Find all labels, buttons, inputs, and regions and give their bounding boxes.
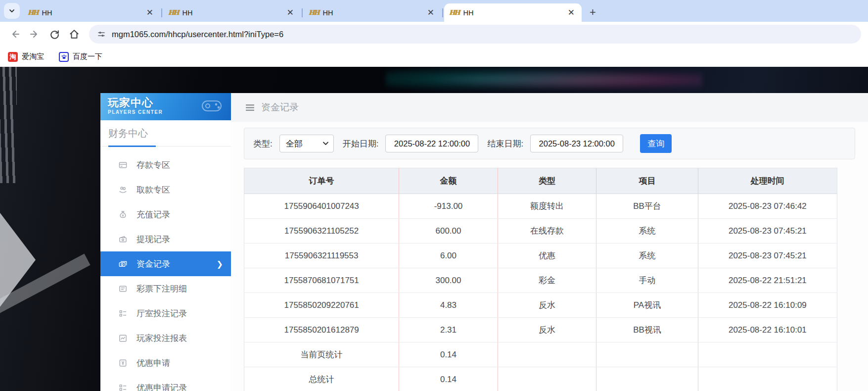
- bookmark-label: 爱淘宝: [22, 52, 44, 61]
- sidebar-item-label: 取款专区: [137, 184, 170, 196]
- sidebar-item-promo-apply[interactable]: 优惠申请: [100, 350, 231, 375]
- cell-type: 彩金: [498, 268, 596, 293]
- sidebar-item-promo-apply-record[interactable]: 优惠申请记录: [100, 375, 231, 391]
- bookmark-label: 百度一下: [73, 52, 102, 61]
- sidebar: 玩家中心 PLAYERS CENTER 财务中心 存款专区: [100, 93, 231, 391]
- background-glow: [386, 67, 702, 94]
- cell-empty: [698, 342, 837, 367]
- cell-empty: [498, 367, 596, 391]
- close-icon[interactable]: ✕: [144, 7, 155, 18]
- browser-toolbar: mgm1065.com/hhcp/usercenter.html?iniType…: [0, 22, 868, 47]
- site-settings-icon: [97, 30, 106, 39]
- table-row: 1755850209220761 4.83 反水 PA视讯 2025-08-22…: [244, 293, 837, 318]
- tab-separator: [302, 8, 303, 17]
- cell-amount: 0.14: [399, 367, 498, 391]
- gift-yen-icon: [118, 358, 128, 368]
- forward-button[interactable]: [27, 26, 43, 42]
- site-favicon: HH: [28, 9, 38, 16]
- home-icon: [69, 29, 80, 40]
- cell-empty: [498, 342, 596, 367]
- list-record-icon: [118, 383, 128, 391]
- close-icon[interactable]: ✕: [285, 7, 296, 18]
- col-header-process-time: 处理时间: [698, 168, 837, 194]
- bookmark-taobao[interactable]: 淘 爱淘宝: [8, 52, 44, 62]
- bookmarks-bar: 淘 爱淘宝 百度一下: [0, 47, 868, 67]
- table-header-row: 订单号 金额 类型 项目 处理时间: [244, 168, 837, 194]
- address-bar[interactable]: mgm1065.com/hhcp/usercenter.html?iniType…: [89, 25, 861, 44]
- start-date-input[interactable]: [385, 135, 478, 152]
- sidebar-item-withdraw-zone[interactable]: 取款专区: [100, 177, 231, 202]
- players-center-banner: 玩家中心 PLAYERS CENTER: [100, 93, 231, 120]
- sidebar-item-deposit-zone[interactable]: 存款专区: [100, 152, 231, 177]
- type-select-value: 全部: [286, 138, 303, 149]
- browser-tab-1[interactable]: HH HH ✕: [23, 3, 160, 22]
- cell-summary-label: 当前页统计: [244, 342, 399, 367]
- cell-summary-label: 总统计: [244, 367, 399, 391]
- sidebar-item-hall-bet-record[interactable]: 厅室投注记录: [100, 301, 231, 326]
- list-card-icon: [118, 284, 128, 293]
- cell-item: BB视讯: [596, 318, 698, 342]
- browser-tab-2[interactable]: HH HH ✕: [163, 3, 301, 22]
- cell-order-no: 1755850209220761: [244, 293, 399, 318]
- close-icon[interactable]: ✕: [566, 7, 577, 18]
- page-title: 资金记录: [261, 101, 299, 114]
- home-button[interactable]: [66, 26, 82, 42]
- cell-process-time: 2025-08-23 07:46:42: [698, 194, 837, 219]
- tab-title: HH: [183, 9, 281, 17]
- cell-item: BB平台: [596, 194, 698, 219]
- sidebar-item-withdrawal-record[interactable]: 提现记录: [100, 227, 231, 251]
- cell-empty: [596, 367, 698, 391]
- cell-process-time: 2025-08-23 07:45:21: [698, 219, 837, 244]
- bookmark-baidu[interactable]: 百度一下: [59, 52, 102, 62]
- tab-title: HH: [463, 9, 562, 17]
- sidebar-item-player-bet-report[interactable]: 玩家投注报表: [100, 326, 231, 350]
- hamburger-menu-icon[interactable]: [245, 102, 255, 113]
- new-tab-button[interactable]: +: [587, 7, 599, 18]
- site-favicon: HH: [449, 9, 459, 16]
- cell-type: 优惠: [498, 244, 596, 268]
- checklist-icon: [118, 309, 128, 318]
- cell-order-no: 1755906321105252: [244, 219, 399, 244]
- end-date-input[interactable]: [530, 135, 623, 152]
- cell-type: 在线存款: [498, 219, 596, 244]
- tab-search-button[interactable]: [4, 3, 20, 19]
- table-row: 1755906321119553 6.00 优惠 系统 2025-08-23 0…: [244, 244, 837, 268]
- url-text: mgm1065.com/hhcp/usercenter.html?iniType…: [112, 30, 283, 39]
- tab-strip: HH HH ✕ HH HH ✕ HH HH ✕ HH HH ✕ +: [0, 0, 868, 22]
- tab-title: HH: [42, 9, 140, 17]
- tab-separator: [161, 8, 162, 17]
- cell-order-no: 1755906321119553: [244, 244, 399, 268]
- cell-amount: 300.00: [399, 268, 498, 293]
- query-button[interactable]: 查询: [640, 134, 672, 153]
- report-chart-icon: [118, 334, 128, 343]
- sidebar-item-recharge-record[interactable]: 充值记录: [100, 202, 231, 227]
- close-icon[interactable]: ✕: [425, 7, 436, 18]
- sidebar-item-funds-record[interactable]: 资金记录 ❯: [100, 251, 231, 276]
- browser-tab-3[interactable]: HH HH ✕: [304, 3, 441, 22]
- col-header-type: 类型: [498, 168, 596, 194]
- background-streaks: [0, 67, 17, 183]
- cell-item: PA视讯: [596, 293, 698, 318]
- col-header-amount: 金额: [399, 168, 498, 194]
- sidebar-item-label: 存款专区: [137, 159, 170, 171]
- table-row: 1755906401007243 -913.00 额度转出 BB平台 2025-…: [244, 194, 837, 219]
- type-select[interactable]: 全部: [279, 135, 334, 152]
- cell-type: 反水: [498, 318, 596, 342]
- browser-window: HH HH ✕ HH HH ✕ HH HH ✕ HH HH ✕ +: [0, 0, 868, 391]
- col-header-order-no: 订单号: [244, 168, 399, 194]
- filter-bar: 类型: 全部 开始日期: 结束日期: 查询: [244, 128, 855, 159]
- baidu-paw-icon: [59, 52, 69, 62]
- back-button[interactable]: [7, 26, 23, 42]
- cell-amount: 6.00: [399, 244, 498, 268]
- gamepad-icon: [195, 97, 227, 116]
- browser-tab-4-active[interactable]: HH HH ✕: [444, 3, 582, 22]
- table-row: 1755850201612879 2.31 反水 BB视讯 2025-08-22…: [244, 318, 837, 342]
- funds-record-table: 订单号 金额 类型 项目 处理时间 1755906401007243 -913.…: [244, 168, 837, 391]
- forward-arrow-icon: [29, 29, 40, 40]
- sidebar-item-lottery-bet-detail[interactable]: 彩票下注明细: [100, 276, 231, 301]
- cell-process-time: 2025-08-22 16:10:01: [698, 318, 837, 342]
- reload-button[interactable]: [46, 26, 62, 42]
- cell-item: 手动: [596, 268, 698, 293]
- cell-process-time: 2025-08-22 21:51:21: [698, 268, 837, 293]
- cell-empty: [596, 342, 698, 367]
